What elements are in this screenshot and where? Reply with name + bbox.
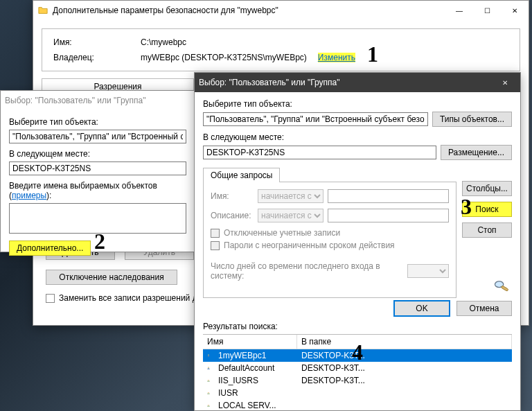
group-icon	[203, 400, 214, 411]
result-name: IIS_IUSRS	[214, 375, 297, 386]
name-field-label: Имя:	[211, 191, 254, 201]
examples-link[interactable]: примеры	[12, 191, 46, 200]
result-folder	[297, 405, 512, 406]
titlebar: Выбор: "Пользователь" или "Группа"	[1, 91, 195, 110]
advanced-button[interactable]: Дополнительно...	[9, 241, 91, 256]
svg-point-7	[209, 392, 209, 393]
svg-point-4	[208, 380, 209, 381]
name-match-select: начинается с	[258, 189, 323, 203]
minimize-button[interactable]: —	[445, 1, 473, 20]
close-button[interactable]: ✕	[490, 73, 520, 92]
desc-field-input	[328, 209, 449, 222]
svg-point-6	[208, 392, 209, 393]
result-row[interactable]: DefaultAccountDESKTOP-K3T...	[203, 362, 512, 374]
result-name: DefaultAccount	[214, 362, 297, 374]
folder-icon	[37, 5, 48, 16]
nonexpire-pwd-checkbox	[211, 241, 220, 250]
stop-button[interactable]: Стоп	[462, 222, 512, 238]
from-location-label: В следующем месте:	[9, 149, 186, 159]
titlebar: Дополнительные параметры безопасности дл…	[33, 1, 529, 20]
svg-rect-1	[501, 286, 508, 291]
desc-match-select: начинается с	[258, 209, 323, 222]
svg-point-3	[208, 367, 209, 369]
window-title: Выбор: "Пользователь" или "Группа"	[199, 78, 490, 87]
group-icon	[203, 375, 214, 386]
col-name[interactable]: Имя	[203, 335, 297, 349]
svg-point-2	[208, 355, 209, 356]
result-folder	[297, 392, 512, 394]
svg-point-5	[209, 380, 209, 381]
object-names-textarea[interactable]	[9, 203, 186, 234]
from-location-input[interactable]	[9, 161, 186, 175]
svg-point-9	[209, 405, 209, 405]
name-value: C:\mywebpc	[141, 37, 186, 47]
object-type-input[interactable]	[203, 112, 428, 126]
results-header: Имя В папке	[203, 335, 512, 349]
days-since-login-label: Число дней со времени последнего входа в…	[211, 261, 403, 281]
window-title: Дополнительные параметры безопасности дл…	[53, 6, 445, 15]
replace-all-checkbox[interactable]	[46, 294, 55, 303]
ok-button[interactable]: OK	[394, 301, 450, 316]
tab-common-queries[interactable]: Общие запросы	[203, 168, 280, 182]
replace-all-label: Заменить все записи разрешений доч	[59, 293, 206, 303]
columns-button[interactable]: Столбцы...	[462, 181, 512, 196]
result-row[interactable]: 1myWEBpc1DESKTOP-K3T...	[203, 349, 512, 362]
object-types-button[interactable]: Типы объектов...	[432, 112, 512, 127]
window-title: Выбор: "Пользователь" или "Группа"	[5, 96, 195, 105]
search-glyph-icon[interactable]	[493, 278, 512, 295]
result-folder: DESKTOP-K3T...	[297, 350, 512, 361]
object-type-label: Выберите тип объекта:	[203, 99, 512, 109]
object-type-label: Выберите тип объекта:	[9, 117, 186, 127]
result-name: IUSR	[214, 387, 297, 399]
from-location-label: В следующем месте:	[203, 132, 512, 142]
disabled-accounts-checkbox	[211, 229, 220, 238]
result-folder: DESKTOP-K3T...	[297, 375, 512, 386]
user-icon	[203, 350, 214, 361]
col-folder[interactable]: В папке	[297, 335, 512, 349]
result-row[interactable]: IUSR	[203, 387, 512, 399]
locations-button[interactable]: Размещение...	[441, 145, 512, 160]
result-row[interactable]: IIS_IUSRSDESKTOP-K3T...	[203, 374, 512, 387]
owner-value: myWEBpc (DESKTOP-K3T25NS\myWEBpc)	[141, 53, 307, 62]
result-name: LOCAL SERV...	[214, 400, 297, 411]
days-since-login-select	[407, 264, 449, 278]
object-type-input[interactable]	[9, 130, 186, 143]
from-location-input[interactable]	[203, 146, 436, 159]
titlebar: Выбор: "Пользователь" или "Группа" ✕	[195, 73, 520, 92]
result-row[interactable]: LOCAL SERV...	[203, 399, 512, 411]
change-owner-link[interactable]: Изменить	[318, 53, 355, 62]
cancel-button[interactable]: Отмена	[456, 301, 512, 316]
name-label: Имя:	[53, 37, 136, 47]
close-button[interactable]: ✕	[501, 1, 529, 20]
name-field-input	[328, 189, 449, 203]
owner-label: Владелец:	[53, 53, 136, 62]
find-now-button[interactable]: Поиск	[462, 202, 512, 217]
results-table: Имя В папке 1myWEBpc1DESKTOP-K3T...Defau…	[203, 334, 512, 411]
desc-field-label: Описание:	[211, 211, 254, 220]
result-name: 1myWEBpc1	[214, 350, 297, 361]
disable-inheritance-button[interactable]: Отключение наследования	[46, 270, 177, 285]
result-folder: DESKTOP-K3T...	[297, 362, 512, 374]
svg-point-8	[208, 405, 209, 405]
select-user-advanced-window: Выбор: "Пользователь" или "Группа" ✕ Выб…	[194, 72, 521, 411]
results-label: Результаты поиска:	[203, 322, 512, 331]
select-user-simple-window: Выбор: "Пользователь" или "Группа" Выбер…	[0, 90, 195, 252]
user-icon	[203, 362, 214, 374]
nonexpire-pwd-label: Пароли с неограниченным сроком действия	[224, 241, 395, 250]
maximize-button[interactable]: ☐	[473, 1, 501, 20]
group-icon	[203, 387, 214, 399]
disabled-accounts-label: Отключенные учетные записи	[224, 228, 340, 238]
